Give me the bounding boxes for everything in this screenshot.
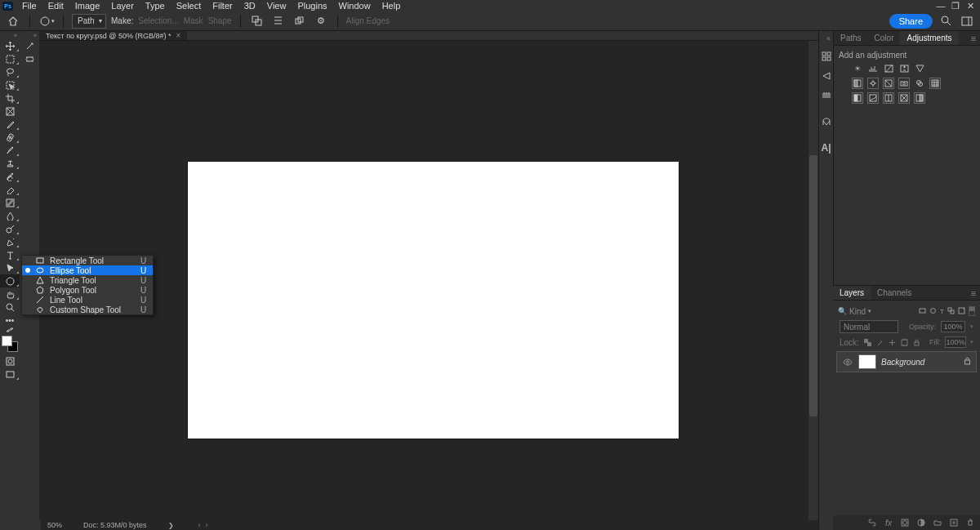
tab-channels[interactable]: Channels (871, 286, 918, 300)
lock-all-icon[interactable] (913, 337, 921, 347)
fill-input[interactable]: 100% (945, 336, 966, 348)
canvas[interactable] (188, 162, 679, 439)
color-balance-icon[interactable] (867, 78, 879, 89)
expand-panels-icon[interactable]: « (819, 34, 833, 42)
brush-tool[interactable] (0, 144, 20, 157)
selective-color-icon[interactable] (914, 92, 925, 104)
tool-preset-picker[interactable]: ▾ (38, 13, 55, 29)
toolbar-collapse-icon[interactable]: » (0, 31, 20, 39)
zoom-level[interactable]: 50% (47, 521, 62, 529)
path-arrangement-button[interactable] (292, 13, 308, 29)
vertical-scrollbar[interactable] (808, 41, 818, 520)
menu-plugins[interactable]: Plugins (292, 1, 332, 11)
edit-toolbar-button[interactable]: ••• (0, 314, 20, 327)
new-layer-icon[interactable] (949, 518, 959, 528)
extra-tool-2[interactable] (20, 52, 39, 65)
frame-tool[interactable] (0, 105, 20, 118)
flyout-triangle-tool[interactable]: Triangle Tool U (22, 275, 153, 285)
blur-tool[interactable] (0, 209, 20, 222)
lock-transparency-icon[interactable] (863, 337, 871, 347)
healing-brush-tool[interactable] (0, 131, 20, 144)
align-edges-checkbox[interactable]: Align Edges (346, 16, 390, 25)
filter-pixel-icon[interactable] (919, 307, 926, 316)
flyout-custom-shape-tool[interactable]: Custom Shape Tool U (22, 305, 153, 314)
adjustment-layer-icon[interactable] (916, 518, 926, 528)
group-icon[interactable] (933, 518, 942, 528)
history-brush-tool[interactable] (0, 170, 20, 183)
foreground-color-swatch[interactable] (2, 336, 12, 346)
flyout-polygon-tool[interactable]: Polygon Tool U (22, 285, 153, 295)
mini-panel-icon-1[interactable] (821, 51, 832, 62)
menu-layer[interactable]: Layer (105, 1, 140, 11)
make-mask-button[interactable]: Mask (184, 16, 203, 25)
filter-adjustment-icon[interactable] (929, 307, 937, 316)
shape-mode-dropdown[interactable]: Path (72, 14, 106, 29)
make-selection-button[interactable]: Selection... (138, 16, 178, 25)
lock-artboard-icon[interactable] (901, 337, 909, 347)
layer-mask-icon[interactable] (900, 518, 910, 528)
search-icon[interactable] (938, 13, 954, 29)
scroll-right-icon[interactable]: › (206, 521, 208, 529)
shape-tool[interactable] (0, 274, 20, 287)
flyout-line-tool[interactable]: Line Tool U (22, 295, 153, 305)
marquee-tool[interactable] (0, 52, 20, 65)
tab-paths[interactable]: Paths (834, 31, 868, 45)
brightness-contrast-icon[interactable]: ☀ (852, 63, 863, 74)
workspace-switcher-icon[interactable] (959, 13, 975, 29)
minimize-button[interactable]: — (933, 0, 948, 11)
color-swatches[interactable] (2, 336, 18, 352)
gradient-map-icon[interactable] (898, 92, 910, 104)
photo-filter-icon[interactable] (898, 78, 910, 89)
mini-panel-icon-3[interactable] (821, 90, 832, 101)
curves-icon[interactable] (883, 63, 894, 74)
tab-layers[interactable]: Layers (833, 286, 871, 300)
make-shape-button[interactable]: Shape (208, 16, 232, 25)
swap-colors-icon[interactable] (0, 327, 20, 333)
flyout-rectangle-tool[interactable]: Rectangle Tool U (22, 256, 153, 265)
gradient-tool[interactable] (0, 196, 20, 209)
channel-mixer-icon[interactable] (914, 78, 925, 89)
canvas-area[interactable] (39, 41, 818, 530)
maximize-button[interactable]: ❐ (948, 0, 963, 11)
menu-3d[interactable]: 3D (238, 1, 261, 11)
color-lookup-icon[interactable] (929, 78, 941, 89)
hand-tool[interactable] (0, 287, 20, 301)
move-tool[interactable] (0, 39, 20, 52)
eraser-tool[interactable] (0, 183, 20, 196)
menu-image[interactable]: Image (69, 1, 106, 11)
layer-item-background[interactable]: Background (836, 351, 977, 372)
menu-select[interactable]: Select (171, 1, 207, 11)
exposure-icon[interactable] (898, 63, 910, 74)
share-button[interactable]: Share (889, 14, 933, 29)
zoom-tool[interactable] (0, 301, 20, 314)
mini-panel-icon-2[interactable] (821, 70, 832, 82)
tab-color[interactable]: Color (868, 31, 901, 45)
scroll-left-icon[interactable]: ‹ (198, 521, 201, 529)
close-icon[interactable]: × (176, 31, 180, 40)
menu-edit[interactable]: Edit (42, 1, 69, 11)
mini-panel-icon-4[interactable] (821, 116, 832, 127)
panel-menu-icon[interactable]: ≡ (967, 31, 980, 45)
close-button[interactable]: ✕ (963, 0, 978, 11)
tab-adjustments[interactable]: Adjustments (900, 31, 958, 45)
object-selection-tool[interactable] (0, 78, 20, 91)
path-operations-button[interactable] (249, 13, 265, 29)
panel-menu-icon[interactable]: ≡ (967, 286, 980, 300)
hue-saturation-icon[interactable] (852, 78, 863, 89)
mini-panel-icon-5[interactable]: A| (821, 142, 832, 154)
dodge-tool[interactable] (0, 222, 20, 235)
delete-layer-icon[interactable] (965, 518, 975, 528)
layer-visibility-icon[interactable] (842, 359, 853, 366)
clone-stamp-tool[interactable] (0, 157, 20, 170)
scrollbar-thumb[interactable] (809, 155, 817, 416)
opacity-input[interactable]: 100% (941, 321, 965, 332)
posterize-icon[interactable] (867, 92, 879, 104)
menu-window[interactable]: Window (333, 1, 376, 11)
gear-icon[interactable]: ⚙ (313, 13, 329, 29)
type-tool[interactable] (0, 248, 20, 261)
toolbar-collapse-icon-2[interactable]: » (20, 31, 39, 39)
menu-type[interactable]: Type (140, 1, 171, 11)
link-layers-icon[interactable] (867, 518, 877, 528)
lock-position-icon[interactable] (888, 337, 896, 347)
blend-mode-dropdown[interactable]: Normal (840, 320, 898, 333)
